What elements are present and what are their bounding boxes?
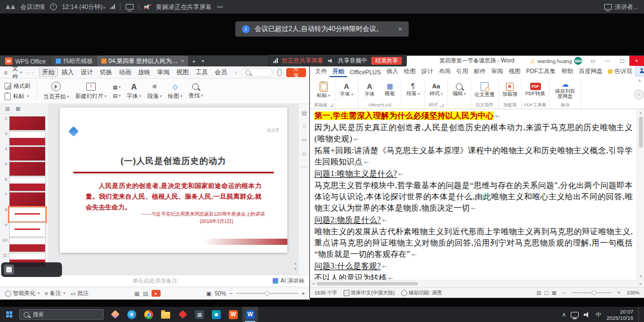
font-button[interactable]: A 字体▾ xyxy=(127,83,141,100)
account-badge[interactable]: ⚠ wanling huang WH xyxy=(530,57,582,65)
paste-button[interactable]: 粘贴▾ xyxy=(5,92,30,100)
play-from-current-button[interactable]: 当页开始▾ xyxy=(43,82,69,101)
ai-script-button[interactable]: AI 演讲稿 xyxy=(273,277,310,285)
slide-thumbnail[interactable]: 6 xyxy=(1,177,46,191)
dialog-launcher-icon[interactable] xyxy=(330,104,333,107)
tray-expand-icon[interactable]: ∧ xyxy=(562,311,566,317)
document-area[interactable]: 第一,学生需深入理解为什么必须坚持以人民为中心← 因为人民是历史真正的创造者,人… xyxy=(310,109,644,280)
collapse-ribbon-icon[interactable]: ∧ xyxy=(638,78,641,83)
styles-button[interactable]: Aa 样式▾ xyxy=(427,78,446,101)
word-share-button[interactable]: 共享 xyxy=(635,66,644,77)
slide-thumbnail[interactable]: 4 xyxy=(1,146,46,160)
taskbar-search[interactable]: 搜索 xyxy=(19,309,104,320)
taskbar-clock[interactable]: 20:07 2025/10/16 xyxy=(606,308,633,321)
previous-slide-button[interactable]: ▴ xyxy=(294,261,296,266)
comments-toggle[interactable]: ▭ 批注 xyxy=(70,289,88,297)
read-mode-icon[interactable]: ▤ xyxy=(536,290,541,296)
word-ribbon-tab[interactable]: 审阅 xyxy=(488,66,506,77)
zoom-out-button[interactable]: − xyxy=(229,290,233,297)
scroll-down-icon[interactable]: ▾ xyxy=(639,274,642,279)
pdf-convert-button[interactable]: PDF PDF转换 xyxy=(523,78,547,101)
notes-toggle[interactable]: ≡ 备注▾ xyxy=(45,289,65,297)
word-ribbon-tab[interactable]: 帮助 xyxy=(558,66,576,77)
properties-icon[interactable]: ▤ xyxy=(301,110,307,116)
show-desktop-button[interactable] xyxy=(638,307,642,322)
scroll-right-icon[interactable]: ▸ xyxy=(639,281,642,286)
wps-zoom-level[interactable]: 50% xyxy=(215,290,226,297)
wps-menu-item[interactable]: 放映 xyxy=(135,68,154,77)
notification-close-button[interactable]: × xyxy=(398,25,402,33)
scrollbar-thumb[interactable] xyxy=(317,282,418,285)
sidebar-handle[interactable]: ‹ xyxy=(634,90,644,100)
animation-panel-icon[interactable]: ◇ xyxy=(302,150,307,156)
zoom-slider[interactable] xyxy=(572,292,611,293)
wps-tab-document[interactable]: 04.第四章 坚持以人民为… × xyxy=(97,56,188,66)
taskbar-app-wps[interactable]: W xyxy=(225,307,241,322)
slide-section-button[interactable]: ▤▾ xyxy=(113,93,121,99)
sync-icon[interactable] xyxy=(277,69,282,76)
meeting-details-link[interactable]: 会议详情 xyxy=(20,3,45,11)
slide-thumbnail[interactable]: 8 xyxy=(1,207,46,221)
taskbar-app-meeting[interactable] xyxy=(175,307,190,322)
slideshow-button[interactable]: ▸ xyxy=(152,290,161,297)
wps-menu-item[interactable]: 会员 xyxy=(211,68,230,77)
taskbar-app-explorer[interactable] xyxy=(158,307,174,322)
taskbar-app-copilot[interactable] xyxy=(107,307,123,322)
paragraph-button[interactable]: ≡ 段落▾ xyxy=(148,83,162,100)
word-ribbon-tab[interactable]: 引用 xyxy=(454,66,471,77)
zoom-slider[interactable] xyxy=(236,293,298,294)
tab-close-icon[interactable]: × xyxy=(180,58,184,64)
slide-thumbnail[interactable]: 7 xyxy=(1,192,46,206)
language-status[interactable]: ✓ 简体中文(中国大陆) xyxy=(344,289,395,297)
format-painter-button[interactable]: 格式刷 xyxy=(5,82,30,90)
slide-thumbnail[interactable]: 5 xyxy=(1,162,46,176)
slide-thumbnail[interactable]: 2 xyxy=(1,116,46,130)
taskbar-app-chrome[interactable] xyxy=(141,307,157,322)
wps-menu-item[interactable]: 工具 xyxy=(192,68,211,77)
slide-thumbnail[interactable]: 9 xyxy=(1,222,46,236)
draw-button[interactable]: ◇ 绘图▾ xyxy=(168,83,183,100)
meeting-app-icon[interactable] xyxy=(6,5,15,9)
word-zoom-level[interactable]: 100% xyxy=(627,290,639,296)
wps-file-menu[interactable]: 文件▾ xyxy=(12,64,22,81)
wps-menu-item[interactable]: 视图 xyxy=(173,68,192,77)
menu-overflow-chevron[interactable]: › xyxy=(235,69,237,75)
minimize-button[interactable]: — xyxy=(600,56,615,66)
meeting-floating-panel[interactable] xyxy=(1,262,62,277)
scroll-left-icon[interactable]: ◂ xyxy=(312,281,314,286)
paste-button[interactable]: 粘贴▾ xyxy=(314,78,333,101)
horizontal-scrollbar[interactable]: ◂ ▸ xyxy=(310,280,644,287)
slides-view-icon[interactable]: ▦ xyxy=(16,106,21,111)
maximize-button[interactable]: ▢ xyxy=(615,56,629,66)
dialog-launcher-icon[interactable] xyxy=(440,104,443,107)
taskbar-app-edge[interactable]: e xyxy=(124,307,140,322)
word-ribbon-tab[interactable]: 开始 xyxy=(330,66,347,77)
more-menu-icon[interactable]: ··· xyxy=(26,69,34,76)
wps-home-button[interactable]: W WPS Office xyxy=(0,56,51,66)
officeplus-font-button[interactable]: A 字体 xyxy=(360,78,379,101)
comments-panel-icon[interactable]: ▭ xyxy=(301,137,307,143)
addins-button[interactable]: 加载项 xyxy=(500,78,519,101)
zoom-in-button[interactable]: + xyxy=(618,290,620,296)
stop-sharing-button[interactable]: 结束共享 xyxy=(371,57,402,65)
paragraph-menu-button[interactable]: ¶ 段落▾ xyxy=(403,78,423,101)
font-menu-button[interactable]: A 字体▾ xyxy=(337,78,356,101)
accessibility-status[interactable]: 辅助功能: 调查 xyxy=(401,289,442,297)
start-button[interactable] xyxy=(0,307,18,322)
scroll-up-icon[interactable]: ▴ xyxy=(639,110,642,115)
word-ribbon-tab[interactable]: 插入 xyxy=(384,66,401,77)
slide-canvas[interactable]: 第四章 (一)人民是创造历史的动力 人民是历史的创造者,是决定党和国家前途命运的… xyxy=(60,108,287,253)
save-to-cloud-button[interactable]: ☁ 保存到百度网盘 xyxy=(551,78,579,101)
vertical-scrollbar[interactable]: ▴ ▾ xyxy=(637,109,644,280)
fit-slide-icon[interactable]: ▣ xyxy=(206,290,211,297)
wps-menu-item[interactable]: 设计 xyxy=(77,68,96,77)
notes-placeholder[interactable]: 单击此处添加备注 xyxy=(0,277,310,285)
presenter-view-label[interactable]: 演讲者... xyxy=(615,3,638,11)
taskbar-app-photos[interactable]: ▣ xyxy=(208,307,224,322)
taskbar-app-remote[interactable]: ▦ xyxy=(192,307,207,322)
share-screen-icon[interactable] xyxy=(126,4,134,10)
muted-speaker-icon[interactable] xyxy=(144,4,151,10)
wps-tab-docer[interactable]: 找稻壳模板 xyxy=(51,56,97,66)
tell-me-box[interactable]: 告诉我 xyxy=(605,66,635,77)
word-ribbon-tab[interactable]: PDF工具集 xyxy=(523,66,559,77)
